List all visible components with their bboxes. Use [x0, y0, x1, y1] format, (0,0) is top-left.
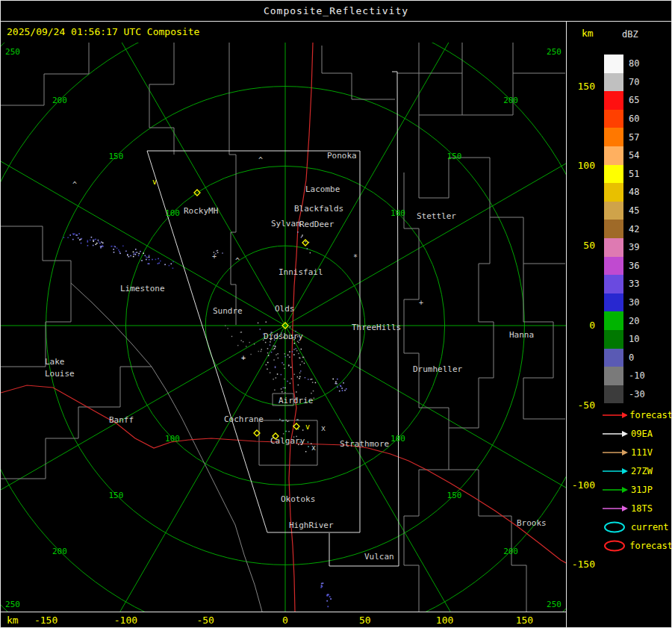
- echo-speckle: [321, 585, 323, 587]
- echo-speckle: [281, 362, 283, 364]
- bottom-axis-unit: km: [7, 615, 19, 626]
- echo-speckle: [302, 361, 303, 363]
- range-ring-label: 150: [109, 152, 124, 161]
- legend-label: 18TS: [629, 503, 653, 514]
- legend-label: forecast: [627, 541, 672, 551]
- echo-speckle: [78, 233, 80, 234]
- echo-speckle: [337, 387, 338, 388]
- echo-speckle: [288, 431, 290, 432]
- highway-line: [296, 444, 566, 563]
- echo-speckle: [330, 598, 332, 600]
- colorbar-value: 80: [623, 58, 639, 69]
- echo-speckle: [275, 346, 276, 347]
- colorbar-value: 45: [623, 205, 639, 216]
- colorbar-entry: 54: [604, 146, 670, 165]
- map-marker: v: [305, 423, 310, 431]
- range-ring-label: 200: [503, 547, 518, 556]
- echo-speckle: [261, 349, 263, 350]
- range-ring-label: 250: [5, 600, 20, 609]
- echo-speckle: [281, 374, 282, 376]
- city-label-Okotoks: Okotoks: [281, 494, 315, 504]
- colorbar-swatch: [604, 202, 623, 220]
- echo-speckle: [227, 328, 228, 329]
- echo-speckle: [164, 264, 166, 266]
- echo-speckle: [329, 596, 331, 597]
- echo-speckle: [332, 379, 334, 380]
- legend: forecast09EA111V27ZW31JP18TScurrentforec…: [602, 405, 672, 555]
- echo-speckle: [283, 364, 284, 366]
- echo-speckle: [277, 373, 279, 375]
- echo-speckle: [72, 239, 74, 240]
- echo-speckle: [284, 379, 285, 380]
- boundary-line: [229, 43, 236, 174]
- range-ring-label: 200: [503, 96, 518, 105]
- echo-speckle: [74, 233, 75, 234]
- echo-speckle: [93, 245, 94, 246]
- echo-speckle: [225, 326, 225, 326]
- colorbar-swatch: [604, 330, 623, 349]
- colorbar-swatch: [604, 385, 623, 404]
- side-panel: dBZ 807065605754514845423936333020100-10…: [599, 22, 672, 628]
- city-label-Ponoka: Ponoka: [327, 151, 357, 161]
- echo-speckle: [323, 582, 324, 584]
- echo-speckle: [246, 346, 246, 346]
- colorbar-value: 0: [623, 352, 634, 363]
- echo-speckle: [281, 388, 282, 390]
- echo-speckle: [81, 239, 82, 240]
- echo-speckle: [119, 251, 120, 252]
- echo-speckle: [222, 252, 223, 253]
- echo-speckle: [138, 253, 140, 255]
- echo-speckle: [283, 387, 284, 388]
- echo-speckle: [302, 429, 304, 431]
- city-label-Cochrane: Cochrane: [224, 414, 264, 424]
- city-label-RedDeer: RedDeer: [299, 220, 335, 229]
- colorbar-value: -30: [623, 389, 645, 400]
- colorbar-swatch: [604, 183, 623, 202]
- echo-speckle: [241, 332, 242, 332]
- echo-speckle: [290, 326, 291, 328]
- echo-speckle: [155, 259, 157, 261]
- echo-speckle: [270, 372, 271, 373]
- titlebar: Composite_Reflectivity: [1, 1, 671, 22]
- echo-speckle: [72, 233, 74, 234]
- echo-speckle: [113, 252, 115, 253]
- boundary-line: [1, 283, 71, 367]
- right-axis-tick: 0: [589, 320, 595, 332]
- echo-speckle: [217, 250, 218, 251]
- colorbar-value: 42: [623, 224, 639, 234]
- colorbar-entry: 60: [604, 110, 670, 128]
- echo-speckle: [299, 358, 301, 359]
- echo-speckle: [308, 441, 309, 443]
- echo-speckle: [276, 354, 277, 355]
- echo-speckle: [294, 374, 296, 376]
- right-axis-tick: -50: [578, 400, 595, 411]
- boundary-line: [490, 217, 565, 264]
- colorbar-entry: 80: [604, 55, 670, 73]
- map-marker: +: [212, 252, 217, 261]
- right-axis-unit: km: [582, 28, 594, 39]
- colorbar-swatch: [604, 349, 623, 367]
- echo-speckle: [158, 263, 159, 264]
- echo-speckle: [133, 252, 134, 253]
- boundary-line: [149, 43, 174, 155]
- echo-speckle: [303, 357, 305, 358]
- radar-map[interactable]: 1001001001001501501501502002002002002502…: [1, 43, 566, 612]
- bottom-axis: km -150-100-50050100150: [1, 613, 566, 628]
- echo-speckle: [284, 353, 286, 355]
- colorbar-value: -10: [623, 370, 645, 381]
- echo-speckle: [301, 237, 302, 238]
- echo-speckle: [343, 382, 344, 384]
- legend-item-27ZW: 27ZW: [602, 461, 672, 480]
- colorbar-entry: -30: [604, 385, 670, 404]
- track-arrow-icon: [602, 464, 629, 478]
- echo-speckle: [130, 255, 131, 257]
- echo-speckle: [296, 350, 298, 352]
- city-label-Lake: Lake: [45, 357, 65, 367]
- colorbar-swatch: [604, 367, 623, 385]
- echo-speckle: [79, 239, 81, 240]
- city-label-Strathmore: Strathmore: [340, 439, 389, 449]
- boundary-line: [419, 115, 490, 217]
- echo-speckle: [281, 391, 283, 393]
- echo-speckle: [87, 245, 89, 246]
- echo-speckle: [116, 248, 118, 249]
